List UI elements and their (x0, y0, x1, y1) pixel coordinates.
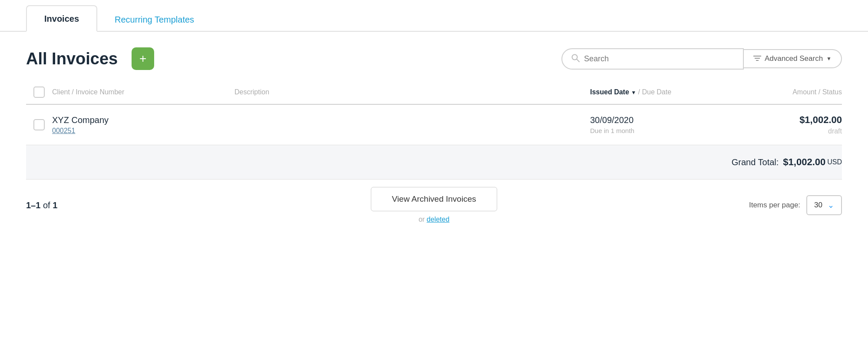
select-all-checkbox-cell (26, 87, 52, 98)
col-header-description: Description (234, 88, 590, 96)
client-name: XYZ Company (52, 115, 234, 125)
deleted-link[interactable]: deleted (427, 216, 450, 223)
items-per-page-label: Items per page: (749, 201, 800, 210)
grand-total-row: Grand Total: $1,002.00 USD (26, 145, 842, 180)
tab-recurring-templates[interactable]: Recurring Templates (97, 7, 211, 32)
date-cell: 30/09/2020 Due in 1 month (590, 115, 729, 134)
table-section: Client / Invoice Number Description Issu… (0, 80, 868, 180)
pagination-total: 1 (53, 200, 57, 210)
tabs-bar: Invoices Recurring Templates (0, 0, 868, 32)
row-checkbox-cell (26, 119, 52, 130)
due-date-label: / Due Date (638, 88, 671, 96)
sort-arrow-icon[interactable]: ▼ (631, 90, 636, 96)
items-per-page-section: Items per page: 30 ⌄ (749, 195, 842, 215)
items-per-page-select[interactable]: 30 ⌄ (806, 195, 842, 215)
header-section: All Invoices + (0, 32, 868, 80)
invoice-number-link[interactable]: 000251 (52, 127, 234, 135)
due-text: Due in 1 month (590, 127, 729, 134)
client-cell: XYZ Company 000251 (52, 115, 234, 135)
grand-total-amount: $1,002.00 (783, 157, 825, 168)
col-header-date[interactable]: Issued Date ▼ / Due Date (590, 88, 729, 96)
svg-line-1 (577, 59, 579, 62)
advanced-search-label: Advanced Search (765, 54, 823, 63)
amount-value: $1,002.00 (799, 114, 842, 126)
search-icon (571, 53, 580, 64)
chevron-down-icon: ▼ (826, 56, 832, 62)
issued-date-value: 30/09/2020 (590, 115, 729, 125)
table-header-row: Client / Invoice Number Description Issu… (26, 80, 842, 105)
amount-cell: $1,002.00 draft (729, 114, 842, 135)
page-title: All Invoices (26, 50, 118, 68)
page-wrapper: Invoices Recurring Templates All Invoice… (0, 0, 868, 363)
search-area: Advanced Search ▼ (561, 48, 842, 70)
pagination-info: 1–1 of 1 (26, 200, 57, 210)
row-checkbox[interactable] (33, 119, 45, 130)
grand-total-currency: USD (827, 158, 842, 166)
chevron-down-icon: ⌄ (828, 200, 834, 210)
col-header-amount: Amount / Status (729, 88, 842, 96)
view-archived-button[interactable]: View Archived Invoices (371, 187, 498, 211)
col-header-client: Client / Invoice Number (52, 88, 234, 96)
filter-icon (753, 55, 761, 63)
pagination-range: 1–1 (26, 200, 40, 210)
search-input[interactable] (584, 54, 734, 63)
advanced-search-button[interactable]: Advanced Search ▼ (744, 49, 842, 68)
items-per-page-value: 30 (814, 201, 822, 210)
table-row: XYZ Company 000251 30/09/2020 Due in 1 m… (26, 105, 842, 145)
add-invoice-button[interactable]: + (132, 47, 154, 70)
issued-date-label: Issued Date (590, 88, 629, 96)
or-text: or (419, 216, 425, 223)
select-all-checkbox[interactable] (33, 87, 45, 98)
grand-total-label: Grand Total: (732, 157, 783, 167)
center-actions: View Archived Invoices or deleted (371, 187, 498, 223)
tab-invoices[interactable]: Invoices (26, 5, 97, 32)
pagination-of: of (43, 200, 53, 210)
status-badge: draft (828, 127, 842, 135)
or-deleted-text: or deleted (419, 216, 449, 223)
search-box (561, 48, 744, 70)
footer-section: 1–1 of 1 View Archived Invoices or delet… (0, 180, 868, 222)
